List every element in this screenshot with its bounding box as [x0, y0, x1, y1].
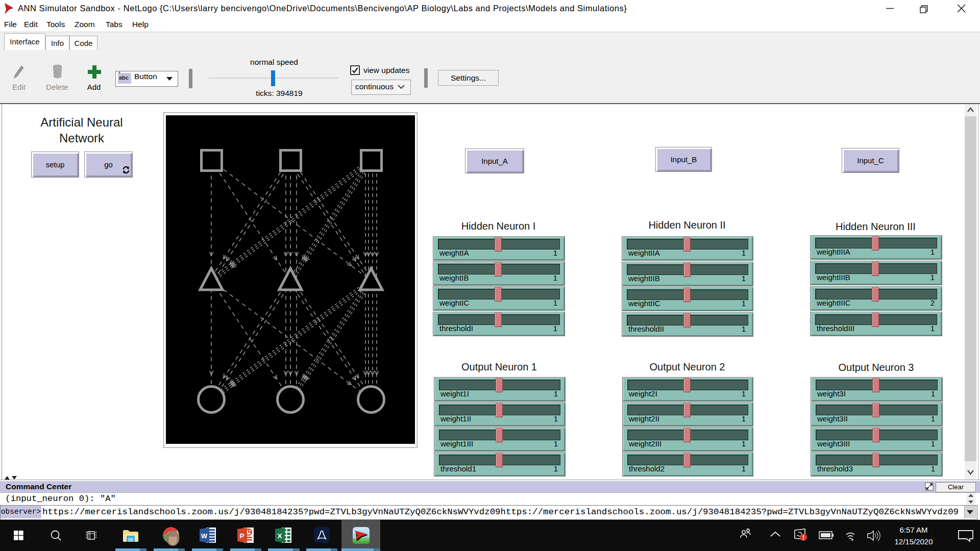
svg-text:P: P: [239, 532, 244, 540]
svg-text:X: X: [277, 532, 282, 540]
svg-text:W: W: [201, 532, 208, 540]
